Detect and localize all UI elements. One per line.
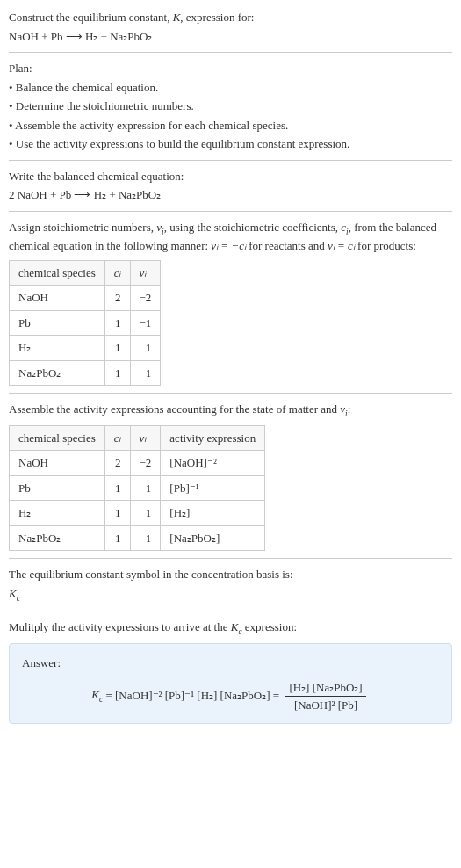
plan-item: • Use the activity expressions to build … (9, 135, 452, 153)
Kc-symbol: Kc (9, 585, 452, 604)
cell-c: 1 (104, 525, 130, 551)
table-row: H₂ 1 1 (10, 336, 161, 361)
equals: = (270, 688, 283, 701)
table-row: NaOH 2 −2 (10, 286, 161, 311)
text: Mulitply the activity expressions to arr… (9, 620, 231, 633)
equals: = (103, 688, 115, 701)
col-activity: activity expression (161, 425, 265, 451)
cell-c: 1 (104, 336, 130, 361)
cell-nu: 1 (130, 360, 161, 386)
table-row: Na₂PbO₂ 1 1 [Na₂PbO₂] (10, 525, 265, 551)
table-header-row: chemical species cᵢ νᵢ activity expressi… (10, 425, 265, 451)
plan-item: • Assemble the activity expression for e… (9, 117, 452, 134)
answer-formula: Kc = [NaOH]⁻² [Pb]⁻¹ [H₂] [Na₂PbO₂] = [H… (22, 679, 439, 714)
cell-species: H₂ (10, 336, 105, 361)
plan-item: • Determine the stoichiometric numbers. (9, 98, 452, 115)
col-nui: νᵢ (130, 260, 161, 286)
col-species: chemical species (10, 425, 105, 451)
cell-expr: [H₂] (161, 501, 265, 526)
cell-species: Na₂PbO₂ (10, 525, 105, 551)
table-header-row: chemical species cᵢ νᵢ (10, 260, 161, 286)
balanced-title: Write the balanced chemical equation: (9, 168, 452, 185)
table-row: Na₂PbO₂ 1 1 (10, 360, 161, 386)
plan-title: Plan: (9, 60, 452, 77)
balanced-equation: 2 NaOH + Pb ⟶ H₂ + Na₂PbO₂ (9, 186, 452, 204)
unbalanced-equation: NaOH + Pb ⟶ H₂ + Na₂PbO₂ (9, 28, 452, 46)
answer-box: Answer: Kc = [NaOH]⁻² [Pb]⁻¹ [H₂] [Na₂Pb… (9, 643, 452, 724)
rhs-product: [NaOH]⁻² [Pb]⁻¹ [H₂] [Na₂PbO₂] (115, 688, 270, 701)
cell-expr: [Pb]⁻¹ (161, 475, 265, 501)
text: , using the stoichiometric coefficients, (164, 221, 342, 234)
multiply-intro: Mulitply the activity expressions to arr… (9, 618, 452, 638)
symbol-section: The equilibrium constant symbol in the c… (9, 566, 452, 604)
activity-table: chemical species cᵢ νᵢ activity expressi… (9, 425, 265, 552)
cell-nu: −1 (130, 475, 161, 501)
stoich-table: chemical species cᵢ νᵢ NaOH 2 −2 Pb 1 −1… (9, 260, 161, 387)
relation: νᵢ = −cᵢ (211, 239, 246, 252)
cell-species: NaOH (10, 451, 105, 476)
text: : (348, 402, 351, 416)
Kc-symbol: Kc (91, 688, 103, 701)
cell-nu: 1 (130, 336, 161, 361)
divider (9, 393, 452, 394)
answer-label: Answer: (22, 655, 439, 672)
cell-c: 1 (104, 475, 130, 501)
cell-nu: 1 (130, 525, 161, 551)
cell-nu: −2 (130, 451, 161, 476)
cell-c: 2 (104, 451, 130, 476)
cell-species: H₂ (10, 501, 105, 526)
Kc-symbol: Kc (231, 620, 242, 633)
nu-symbol: νi (340, 402, 347, 416)
stoich-intro: Assign stoichiometric numbers, νi, using… (9, 219, 452, 255)
col-nui: νᵢ (130, 425, 161, 451)
cell-nu: −2 (130, 286, 161, 311)
cell-c: 1 (104, 360, 130, 386)
divider (9, 558, 452, 559)
table-row: NaOH 2 −2 [NaOH]⁻² (10, 451, 265, 476)
fraction-denominator: [NaOH]² [Pb] (285, 697, 365, 714)
text: Construct the equilibrium constant, (9, 11, 173, 24)
construct-line: Construct the equilibrium constant, K, e… (9, 9, 452, 26)
activity-intro: Assemble the activity expressions accoun… (9, 401, 452, 420)
cell-expr: [Na₂PbO₂] (161, 525, 265, 551)
text: expression: (242, 620, 297, 633)
cell-species: NaOH (10, 286, 105, 311)
cell-c: 2 (104, 286, 130, 311)
multiply-section: Mulitply the activity expressions to arr… (9, 618, 452, 723)
text: for products: (355, 239, 416, 252)
activity-section: Assemble the activity expressions accoun… (9, 401, 452, 551)
stoich-section: Assign stoichiometric numbers, νi, using… (9, 219, 452, 387)
cell-nu: 1 (130, 501, 161, 526)
text: Assign stoichiometric numbers, (9, 221, 156, 234)
cell-expr: [NaOH]⁻² (161, 451, 265, 476)
table-row: Pb 1 −1 [Pb]⁻¹ (10, 475, 265, 501)
text: , expression for: (180, 11, 254, 24)
fraction-numerator: [H₂] [Na₂PbO₂] (285, 679, 365, 698)
cell-c: 1 (104, 501, 130, 526)
col-ci: cᵢ (104, 425, 130, 451)
divider (9, 211, 452, 212)
problem-header: Construct the equilibrium constant, K, e… (9, 9, 452, 45)
table-row: Pb 1 −1 (10, 310, 161, 336)
col-species: chemical species (10, 260, 105, 286)
divider (9, 52, 452, 53)
c-symbol: ci (341, 221, 348, 234)
relation: νᵢ = cᵢ (328, 239, 355, 252)
plan-item: • Balance the chemical equation. (9, 79, 452, 97)
divider (9, 611, 452, 611)
text: Assemble the activity expressions accoun… (9, 402, 340, 416)
cell-nu: −1 (130, 310, 161, 336)
nu-symbol: νi (156, 221, 163, 234)
divider (9, 160, 452, 161)
fraction: [H₂] [Na₂PbO₂][NaOH]² [Pb] (285, 679, 365, 714)
cell-species: Pb (10, 475, 105, 501)
cell-species: Na₂PbO₂ (10, 360, 105, 386)
cell-c: 1 (104, 310, 130, 336)
table-row: H₂ 1 1 [H₂] (10, 501, 265, 526)
symbol-intro: The equilibrium constant symbol in the c… (9, 566, 452, 583)
text: for reactants and (246, 239, 328, 252)
col-ci: cᵢ (104, 260, 130, 286)
plan-section: Plan: • Balance the chemical equation. •… (9, 60, 452, 153)
cell-species: Pb (10, 310, 105, 336)
balanced-section: Write the balanced chemical equation: 2 … (9, 168, 452, 204)
